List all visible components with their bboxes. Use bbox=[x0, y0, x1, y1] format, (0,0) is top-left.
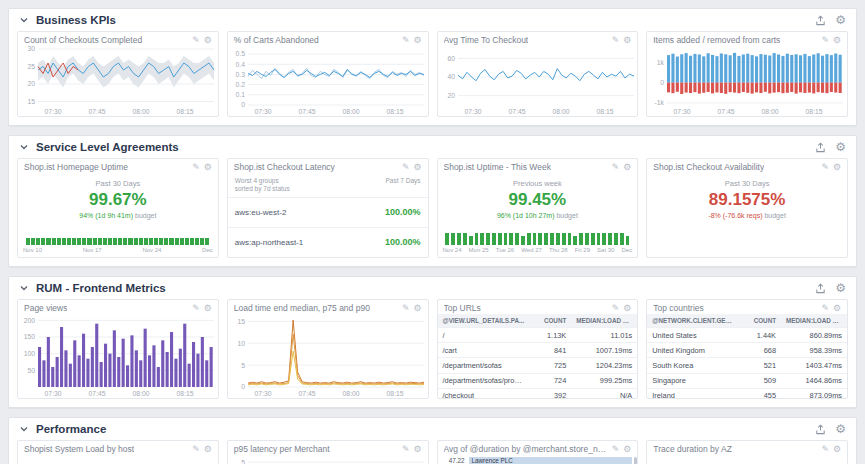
widget-body[interactable]: Worst 4 groupssorted by 7d statusPast 7 … bbox=[228, 173, 428, 257]
widget-top-urls[interactable]: Top URLs✎⚙@VIEW.URL_DETAILS.PA...COUNTME… bbox=[437, 299, 639, 399]
gear-icon[interactable]: ⚙ bbox=[204, 163, 212, 172]
edit-icon[interactable]: ✎ bbox=[612, 36, 620, 45]
gear-icon[interactable]: ⚙ bbox=[623, 163, 631, 172]
widget-top-countries[interactable]: Top countries✎⚙@NETWORK.CLIENT.GEO...COU… bbox=[646, 299, 848, 399]
widget-body[interactable]: 5010015020007:3007:4508:0008:15 bbox=[18, 314, 218, 398]
edit-icon[interactable]: ✎ bbox=[402, 445, 410, 454]
table-col-header[interactable]: @VIEW.URL_DETAILS.PA... bbox=[438, 314, 530, 328]
share-icon[interactable] bbox=[815, 283, 826, 294]
chart-canvas[interactable]: 00.10.20.30.40.507:3007:4508:0008:15 bbox=[228, 46, 428, 116]
gear-icon[interactable]: ⚙ bbox=[833, 36, 841, 45]
widget-body[interactable]: Past 30 Days89.1575%-8% (-76.6k reqs) bu… bbox=[647, 173, 847, 257]
chart-canvas[interactable]: 100200 bbox=[18, 455, 218, 464]
toplist-row[interactable]: 47.22Lawrence PLC bbox=[443, 457, 633, 464]
edit-icon[interactable]: ✎ bbox=[821, 163, 829, 172]
share-icon[interactable] bbox=[815, 424, 826, 435]
widget-shop-ist-checkout-latency[interactable]: Shop.ist Checkout Latency✎⚙Worst 4 group… bbox=[227, 158, 429, 258]
gear-icon[interactable]: ⚙ bbox=[413, 304, 421, 313]
edit-icon[interactable]: ✎ bbox=[612, 163, 620, 172]
table-row[interactable]: /cart8411007.19ms bbox=[438, 343, 638, 358]
edit-icon[interactable]: ✎ bbox=[821, 304, 829, 313]
widget-avg-of-duration-by-merchant-store-name-over-env[interactable]: Avg of @duration by @merchant.store_name… bbox=[437, 440, 639, 464]
chevron-down-icon[interactable] bbox=[19, 424, 29, 434]
edit-icon[interactable]: ✎ bbox=[192, 36, 200, 45]
chart-canvas[interactable] bbox=[647, 455, 847, 464]
widget-body[interactable]: Previous week99.45%96% (1d 10h 27m) budg… bbox=[438, 173, 638, 257]
table-row[interactable]: Ireland455873.09ms bbox=[647, 388, 847, 398]
widget-shop-ist-checkout-availability[interactable]: Shop.ist Checkout Availability✎⚙Past 30 … bbox=[646, 158, 848, 258]
widget-body[interactable]: 00.10.20.30.40.507:3007:4508:0008:15 bbox=[228, 46, 428, 116]
chart-canvas[interactable]: 1520253007:3007:4508:0008:15 bbox=[18, 46, 218, 116]
widget-page-views[interactable]: Page views✎⚙5010015020007:3007:4508:0008… bbox=[17, 299, 219, 399]
widget-p95-latency-per-merchant[interactable]: p95 latency per Merchant✎⚙12345 bbox=[227, 440, 429, 464]
chart-canvas[interactable]: 20406007:3007:4508:0008:15 bbox=[438, 46, 638, 116]
scrollbar[interactable] bbox=[634, 457, 637, 464]
edit-icon[interactable]: ✎ bbox=[192, 304, 200, 313]
widget-body[interactable]: 1k0-1k07:3007:4508:0008:15 bbox=[647, 46, 847, 116]
chevron-down-icon[interactable] bbox=[19, 283, 29, 293]
sla-group-row[interactable]: aws:ap-northeast-1100.00% bbox=[228, 227, 428, 257]
share-icon[interactable] bbox=[815, 15, 826, 26]
gear-icon[interactable]: ⚙ bbox=[204, 36, 212, 45]
widget-trace-duration-by-az[interactable]: Trace duration by AZ✎⚙ bbox=[646, 440, 848, 464]
table-row[interactable]: South Korea5211403.47ms bbox=[647, 358, 847, 373]
widget-load-time-end-median-p75-and-p90[interactable]: Load time end median, p75 and p90✎⚙05101… bbox=[227, 299, 429, 399]
widget-body[interactable]: 100200 bbox=[18, 455, 218, 464]
gear-icon[interactable]: ⚙ bbox=[833, 163, 841, 172]
chevron-down-icon[interactable] bbox=[19, 15, 29, 25]
widget-shop-ist-uptime-this-week[interactable]: Shop.ist Uptime - This Week✎⚙Previous we… bbox=[437, 158, 639, 258]
edit-icon[interactable]: ✎ bbox=[192, 445, 200, 454]
widget-body[interactable]: @NETWORK.CLIENT.GEO...COUNTMEDIAN:LOAD E… bbox=[647, 314, 847, 398]
edit-icon[interactable]: ✎ bbox=[821, 445, 829, 454]
table-row[interactable]: Singapore5091464.86ms bbox=[647, 373, 847, 388]
gear-icon[interactable]: ⚙ bbox=[413, 36, 421, 45]
widget-body[interactable]: 1520253007:3007:4508:0008:15 bbox=[18, 46, 218, 116]
edit-icon[interactable]: ✎ bbox=[402, 163, 410, 172]
edit-icon[interactable]: ✎ bbox=[821, 36, 829, 45]
table-row[interactable]: /department/sofas7251204.23ms bbox=[438, 358, 638, 373]
edit-icon[interactable]: ✎ bbox=[402, 36, 410, 45]
gear-icon[interactable]: ⚙ bbox=[623, 445, 631, 454]
gear-icon[interactable]: ⚙ bbox=[204, 304, 212, 313]
gear-icon[interactable]: ⚙ bbox=[835, 423, 846, 435]
chart-canvas[interactable]: 5010015020007:3007:4508:0008:15 bbox=[18, 314, 218, 398]
widget-body[interactable] bbox=[647, 455, 847, 464]
widget-body[interactable]: 05101507:3007:4508:0008:15 bbox=[228, 314, 428, 398]
widget-items-added-removed-from-carts[interactable]: Items added / removed from carts✎⚙1k0-1k… bbox=[646, 31, 848, 117]
gear-icon[interactable]: ⚙ bbox=[835, 282, 846, 294]
table-row[interactable]: /department/sofas/produ...724999.25ms bbox=[438, 373, 638, 388]
sla-group-row[interactable]: aws:eu-west-2100.00% bbox=[228, 197, 428, 227]
chevron-down-icon[interactable] bbox=[19, 142, 29, 152]
share-icon[interactable] bbox=[815, 142, 826, 153]
chart-canvas[interactable]: 12345 bbox=[228, 455, 428, 464]
edit-icon[interactable]: ✎ bbox=[612, 304, 620, 313]
gear-icon[interactable]: ⚙ bbox=[623, 36, 631, 45]
widget-body[interactable]: 20406007:3007:4508:0008:15 bbox=[438, 46, 638, 116]
edit-icon[interactable]: ✎ bbox=[612, 445, 620, 454]
table-col-header[interactable]: @NETWORK.CLIENT.GEO... bbox=[647, 314, 739, 328]
edit-icon[interactable]: ✎ bbox=[192, 163, 200, 172]
chart-canvas[interactable]: 05101507:3007:4508:0008:15 bbox=[228, 314, 428, 398]
gear-icon[interactable]: ⚙ bbox=[833, 304, 841, 313]
gear-icon[interactable]: ⚙ bbox=[413, 445, 421, 454]
gear-icon[interactable]: ⚙ bbox=[835, 14, 846, 26]
gear-icon[interactable]: ⚙ bbox=[835, 141, 846, 153]
widget-body[interactable]: 47.22Lawrence PLC30.49Wagner Inc30.36Jen… bbox=[438, 455, 638, 464]
edit-icon[interactable]: ✎ bbox=[402, 304, 410, 313]
gear-icon[interactable]: ⚙ bbox=[204, 445, 212, 454]
gear-icon[interactable]: ⚙ bbox=[833, 445, 841, 454]
widget-of-carts-abandoned[interactable]: % of Carts Abandoned✎⚙00.10.20.30.40.507… bbox=[227, 31, 429, 117]
widget-count-of-checkouts-completed[interactable]: Count of Checkouts Completed✎⚙1520253007… bbox=[17, 31, 219, 117]
widget-avg-time-to-checkout[interactable]: Avg Time To Checkout✎⚙20406007:3007:4508… bbox=[437, 31, 639, 117]
widget-shop-ist-homepage-uptime[interactable]: Shop.ist Homepage Uptime✎⚙Past 30 Days99… bbox=[17, 158, 219, 258]
widget-shopist-system-load-by-host[interactable]: Shopist System Load by host✎⚙100200 bbox=[17, 440, 219, 464]
widget-body[interactable]: 12345 bbox=[228, 455, 428, 464]
table-row[interactable]: United Kingdom668958.39ms bbox=[647, 343, 847, 358]
table-row[interactable]: United States1.44K860.89ms bbox=[647, 328, 847, 343]
table-col-header[interactable]: COUNT bbox=[529, 314, 571, 328]
table-row[interactable]: /checkout392N/A bbox=[438, 388, 638, 398]
chart-canvas[interactable]: 1k0-1k07:3007:4508:0008:15 bbox=[647, 46, 847, 116]
gear-icon[interactable]: ⚙ bbox=[623, 304, 631, 313]
widget-body[interactable]: Past 30 Days99.67%94% (1d 9h 41m) budget… bbox=[18, 173, 218, 257]
table-col-header[interactable]: COUNT bbox=[739, 314, 781, 328]
